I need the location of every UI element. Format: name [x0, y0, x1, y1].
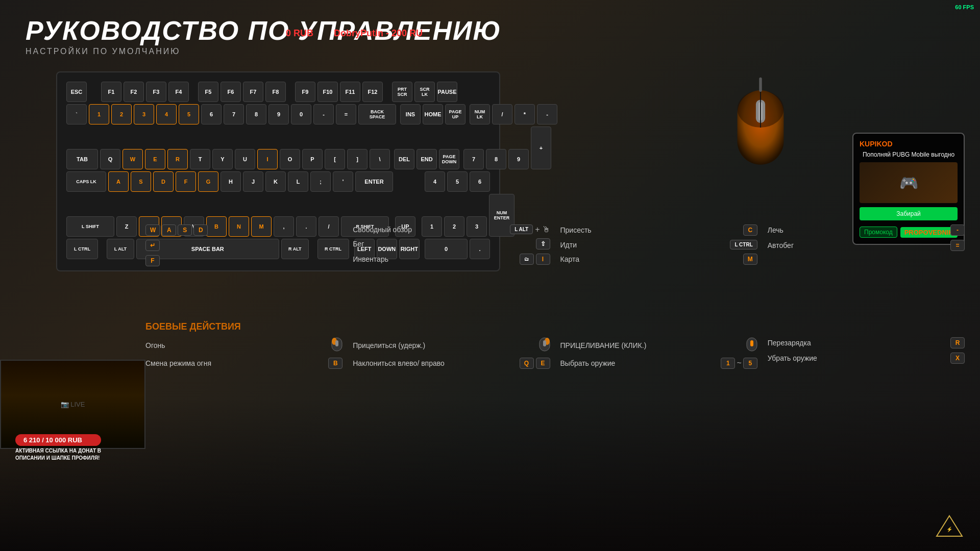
donation-cta: АКТИВНАЯ ССЫЛКА НА ДОНАТ ВОПИСАНИИ И ШАП…: [15, 447, 101, 462]
key-t[interactable]: T: [190, 149, 210, 169]
key-pgup[interactable]: PAGEUP: [445, 104, 465, 124]
key-f9[interactable]: F9: [295, 82, 315, 102]
key-f6[interactable]: F6: [220, 82, 241, 102]
key-ins[interactable]: INS: [400, 104, 421, 124]
key-a[interactable]: A: [108, 171, 129, 192]
key-numminus[interactable]: -: [537, 104, 557, 124]
key-f1[interactable]: F1: [101, 82, 121, 102]
donation-bar: 6 210 / 10 000 RUB АКТИВНАЯ ССЫЛКА НА ДО…: [15, 434, 101, 462]
key-d[interactable]: D: [153, 171, 174, 192]
key-rbracket[interactable]: ]: [347, 149, 368, 169]
key-num9[interactable]: 9: [508, 149, 529, 169]
key-l[interactable]: L: [288, 171, 308, 192]
key-end[interactable]: END: [416, 149, 437, 169]
key-num6[interactable]: 6: [470, 171, 490, 192]
autorun-row: Автобег =: [768, 240, 965, 251]
key-num5[interactable]: 5: [447, 171, 468, 192]
reload-label: Перезарядка: [768, 339, 811, 347]
inventory-label: Инвентарь: [353, 255, 388, 263]
key-f3[interactable]: F3: [146, 82, 166, 102]
reload-row: Перезарядка R: [768, 337, 965, 348]
map-row: Карта M: [560, 254, 757, 265]
key-backslash[interactable]: \: [370, 149, 390, 169]
key-badge-s2: S: [178, 224, 192, 236]
fps-counter: 60 FPS: [955, 4, 974, 10]
lean-row: Наклониться влево/ вправо Q E: [353, 358, 550, 369]
key-f8[interactable]: F8: [265, 82, 286, 102]
key-numplus[interactable]: +: [531, 127, 551, 169]
key-3[interactable]: 3: [134, 104, 154, 124]
fire-row: Огонь: [145, 337, 342, 354]
key-g[interactable]: G: [198, 171, 218, 192]
key-num7[interactable]: 7: [463, 149, 484, 169]
key-minus[interactable]: -: [313, 104, 334, 124]
key-z[interactable]: Z: [116, 216, 137, 237]
key-prtscr[interactable]: PRTSCR: [392, 82, 412, 102]
key-pgdn[interactable]: PAGEDOWN: [439, 149, 459, 169]
key-pause[interactable]: PAUSE: [437, 82, 457, 102]
key-lalt[interactable]: L ALT: [107, 239, 134, 259]
ad-button[interactable]: Забирай: [860, 207, 958, 220]
key-h[interactable]: H: [220, 171, 241, 192]
key-q[interactable]: Q: [100, 149, 120, 169]
key-f2[interactable]: F2: [124, 82, 144, 102]
key-backspace[interactable]: BACKSPACE: [358, 104, 396, 124]
key-home[interactable]: HOME: [423, 104, 443, 124]
key-k[interactable]: K: [265, 171, 286, 192]
controls-grid: W A S D ↵ F Свободный обзор L ALT + 🖱: [145, 224, 965, 266]
key-8[interactable]: 8: [246, 104, 266, 124]
key-p[interactable]: P: [302, 149, 323, 169]
key-f[interactable]: F: [176, 171, 196, 192]
minus-badge: -: [950, 224, 965, 236]
key-esc[interactable]: ESC: [66, 82, 87, 102]
key-7[interactable]: 7: [224, 104, 244, 124]
key-j[interactable]: J: [243, 171, 263, 192]
key-w[interactable]: W: [122, 149, 143, 169]
key-0[interactable]: 0: [291, 104, 311, 124]
key-4[interactable]: 4: [156, 104, 177, 124]
key-f4[interactable]: F4: [168, 82, 189, 102]
fire-label: Огонь: [145, 341, 165, 349]
key-y[interactable]: Y: [212, 149, 233, 169]
combat-title: БОЕВЫЕ ДЕЙСТВИЯ: [145, 321, 965, 332]
key-num4[interactable]: 4: [425, 171, 445, 192]
key-5[interactable]: 5: [179, 104, 199, 124]
key-enter[interactable]: ENTER: [355, 171, 393, 192]
key-1[interactable]: 1: [89, 104, 109, 124]
key-numlk[interactable]: NUMLK: [470, 104, 490, 124]
map-label: Карта: [560, 255, 579, 263]
misc-labels-group: Присесть C Идти L CTRL Карта M: [560, 224, 757, 266]
key-e[interactable]: E: [145, 149, 165, 169]
key-f5[interactable]: F5: [198, 82, 218, 102]
key-capslock[interactable]: CAPS LK: [66, 171, 106, 192]
key-num8[interactable]: 8: [486, 149, 506, 169]
key-s[interactable]: S: [131, 171, 151, 192]
key-2[interactable]: 2: [111, 104, 132, 124]
key-o[interactable]: O: [280, 149, 300, 169]
key-numslash[interactable]: /: [492, 104, 512, 124]
key-6[interactable]: 6: [201, 104, 222, 124]
key-lbracket[interactable]: [: [325, 149, 345, 169]
keyboard-row-1: ESC F1 F2 F3 F4 F5 F6 F7 F8 F9 F10 F11 F…: [66, 82, 490, 102]
key-numstar[interactable]: *: [514, 104, 535, 124]
key-f10[interactable]: F10: [317, 82, 338, 102]
key-i[interactable]: I: [257, 149, 278, 169]
key-quote[interactable]: ': [333, 171, 353, 192]
crouch-row: Присесть C: [560, 224, 757, 236]
key-semicolon[interactable]: ;: [310, 171, 331, 192]
key-scrlk[interactable]: SCRLK: [414, 82, 435, 102]
key-equals[interactable]: =: [336, 104, 356, 124]
key-9[interactable]: 9: [268, 104, 289, 124]
key-lshift[interactable]: L SHIFT: [66, 216, 114, 237]
key-tab[interactable]: TAB: [66, 149, 98, 169]
c-badge: C: [743, 224, 757, 236]
key-f11[interactable]: F11: [340, 82, 360, 102]
key-f12[interactable]: F12: [362, 82, 383, 102]
key-badge-d2: D: [193, 224, 208, 236]
key-u[interactable]: U: [235, 149, 255, 169]
key-r[interactable]: R: [167, 149, 188, 169]
key-backtick[interactable]: `: [66, 104, 87, 124]
key-del[interactable]: DEL: [394, 149, 414, 169]
key-lctrl[interactable]: L CTRL: [66, 239, 98, 259]
key-f7[interactable]: F7: [243, 82, 263, 102]
